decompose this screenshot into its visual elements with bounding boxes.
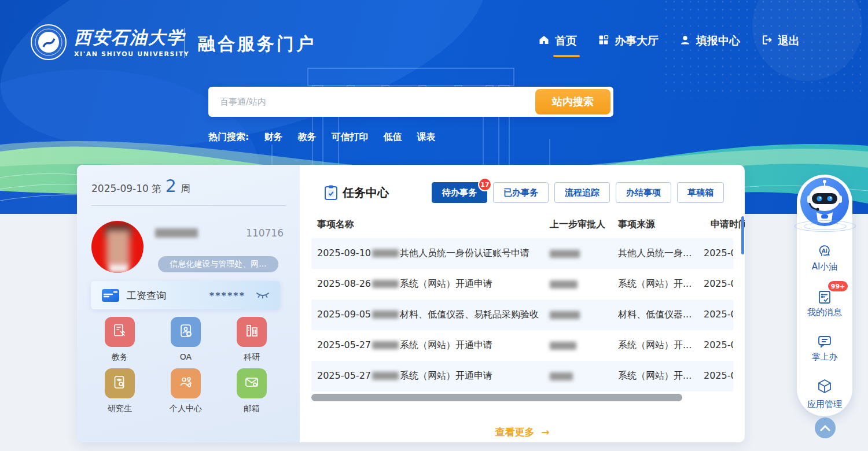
app-label: 个人中心 [163,404,209,414]
app-tile-keyan[interactable] [237,317,267,347]
redacted-text [372,280,399,288]
avatar[interactable] [91,221,144,273]
item-source: 其他人员统一身... [618,247,704,260]
horizontal-scrollbar[interactable] [311,394,682,401]
hot-search-row: 热门搜索: 财务 教务 可信打印 低值 课表 [208,131,435,143]
nav-item-report-center[interactable]: 填报中心 [679,34,740,49]
tab-label: 已办事务 [503,187,538,198]
tab-label: 待办事务 [442,187,477,198]
ai-assistant-icon[interactable]: AI [816,243,833,259]
cube-icon[interactable] [816,378,833,394]
app-tile-yanjiusheng[interactable] [105,368,135,398]
logo-divider [184,28,185,58]
current-date: 2025-09-10 [91,183,149,194]
profile-panel: 2025-09-10 第 2 周 110716 信息化建设与管理处、网... [77,165,300,442]
logout-icon [761,34,773,48]
document-seal-icon [112,323,127,341]
tab-label: 办结事项 [626,187,661,198]
nav-item-service-hall[interactable]: 办事大厅 [598,34,659,49]
tab-todo[interactable]: 待办事务 17 [432,182,487,203]
col-item-name: 事项名称 [317,219,354,231]
task-center-icon [323,184,339,203]
app-tile-oa[interactable] [171,317,201,347]
mobile-office-icon[interactable] [816,333,833,349]
table-row[interactable]: 2025-09-10其他人员统一身份认证账号申请 其他人员统一身... 2025… [311,238,733,269]
redacted-text [372,249,399,257]
nav-item-logout[interactable]: 退出 [761,34,800,49]
rail-item-messages[interactable]: 我的消息 [797,307,852,318]
week-number: 2 [165,178,176,195]
table-row[interactable]: 2025-05-27系统（网站）开通申请 系统（网站）开... 2025-0 [311,330,733,361]
hot-search-item[interactable]: 低值 [383,131,402,143]
col-apply-time: 申请时间 [711,219,745,231]
redacted-text [372,310,399,319]
apply-time: 2025-0 [704,339,733,350]
rail-item-ai-assistant[interactable]: AI小油 [797,261,852,272]
rail-item-app-management[interactable]: 应用管理 [797,399,852,410]
redacted-approver [550,249,580,260]
view-more-link[interactable]: 查看更多 → [300,426,745,439]
tab-drafts[interactable]: 草稿箱 [677,182,724,203]
department-badge: 信息化建设与管理处、网... [158,256,278,272]
eye-closed-icon[interactable] [256,291,270,302]
app-tile-mail[interactable] [237,368,267,398]
salary-label: 工资查询 [127,289,166,302]
item-source: 系统（网站）开... [618,339,704,352]
redacted-text [372,341,399,349]
task-center-title: 任务中心 [343,185,389,201]
app-label: 教务 [97,352,143,363]
user-icon [679,34,691,48]
person-card-icon [178,323,193,341]
item-title: 2025-05-27系统（网站）开通申请 [317,339,492,352]
redacted-approver [550,280,578,291]
table-row[interactable]: 2025-09-05材料、低值仪器、易耗品采购验收 材料、低值仪器... 202… [311,300,733,330]
app-tile-jiaowu[interactable] [105,317,135,347]
nav-item-label: 退出 [778,34,800,49]
hot-search-label: 热门搜索: [208,131,249,143]
envelope-icon [244,375,259,392]
home-icon [538,34,550,48]
table-row[interactable]: 2025-05-27系统（网站）开通申请 系统（网站）开... 2025-0 [311,361,733,391]
nav-item-home[interactable]: 首页 [538,34,577,49]
tab-process-tracking[interactable]: 流程追踪 [554,182,610,203]
item-title: 2025-05-27系统（网站）开通申请 [317,370,492,382]
chevron-up-icon [819,423,831,434]
ai-robot-mascot[interactable] [799,176,850,227]
item-source: 系统（网站）开... [618,370,704,382]
task-center-tabs: 待办事务 17 已办事务 流程追踪 办结事项 草稿箱 [432,182,724,203]
search-input[interactable] [208,87,538,117]
building-icon [244,323,259,341]
apply-time: 2025-0 [704,247,733,258]
item-title: 2025-09-05材料、低值仪器、易耗品采购验收 [317,309,539,321]
hot-search-item[interactable]: 财务 [264,131,282,143]
app-tile-personal-center[interactable] [171,368,201,398]
item-title: 2025-08-26系统（网站）开通申请 [317,278,492,290]
task-table-header: 事项名称 上一步审批人 事项来源 申请时间 [311,219,745,235]
apply-time: 2025-0 [704,370,733,381]
rail-item-mobile-office[interactable]: 掌上办 [797,352,852,363]
redacted-approver [550,372,573,383]
col-source: 事项来源 [618,219,655,231]
user-id: 110716 [246,227,284,239]
hot-search-item[interactable]: 课表 [417,131,435,143]
search-button[interactable]: 站内搜索 [535,89,610,114]
nav-item-label: 填报中心 [696,34,740,49]
hot-search-item[interactable]: 教务 [297,131,316,143]
bank-card-icon [101,288,120,305]
vertical-scrollbar[interactable] [741,216,744,254]
redacted-user-name [155,228,198,238]
redacted-text [372,372,399,380]
table-row[interactable]: 2025-08-26系统（网站）开通申请 系统（网站）开... 2025-0 [311,269,733,300]
university-name-cn: 西安石油大学 [74,29,189,46]
item-title: 2025-09-10其他人员统一身份认证账号申请 [317,247,529,260]
tab-closed-items[interactable]: 办结事项 [616,182,671,203]
grid-icon [598,34,609,48]
salary-query-card[interactable]: 工资查询 ****** [91,281,280,309]
back-to-top-button[interactable] [815,417,836,438]
tab-done[interactable]: 已办事务 [493,182,549,203]
tab-label: 流程追踪 [565,187,599,198]
panel-divider [91,205,286,206]
hot-search-item[interactable]: 可信打印 [331,131,368,143]
apply-time: 2025-0 [704,278,733,289]
messages-icon[interactable] [816,289,833,305]
